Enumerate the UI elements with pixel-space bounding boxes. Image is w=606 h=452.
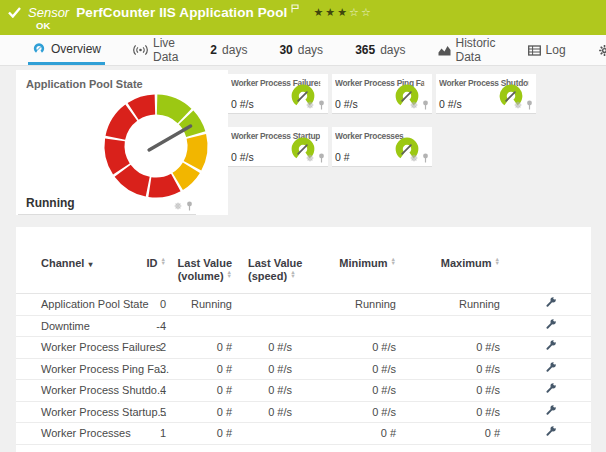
gauge-segment-green — [157, 105, 184, 116]
mini-gauge-panel[interactable]: Worker Process Shutdown Fa... 0 #/s — [436, 74, 536, 114]
tab-label: Historic Data — [456, 36, 496, 64]
gear-icon[interactable] — [514, 101, 522, 109]
star-empty-icon[interactable]: ☆ — [361, 6, 373, 18]
panel-actions — [174, 201, 193, 211]
table-row-worker-process-failures[interactable]: Worker Process Failures20 #0 #/s0 #/s0 #… — [16, 337, 591, 359]
table-row-worker-processes[interactable]: Worker Processes10 #0 #0 # — [16, 423, 591, 445]
cell-last_value_speed: 0 #/s — [246, 359, 292, 381]
cell-maximum: 0 #/s — [440, 402, 500, 424]
cell-maximum: 0 #/s — [440, 337, 500, 359]
tab-2-days[interactable]: 2days — [206, 35, 251, 65]
pin-icon[interactable] — [422, 100, 429, 110]
cell-last_value_speed: 0 #/s — [246, 402, 292, 424]
edit-channel-settings-icon[interactable] — [536, 380, 566, 399]
column-header-last-value-volume[interactable]: Last Value (volume)▲▼ — [171, 257, 232, 283]
sortable-icon[interactable]: ▲▼ — [227, 271, 232, 278]
star-filled-icon[interactable]: ★ — [325, 6, 337, 18]
tab-historic-data[interactable]: Historic Data — [434, 35, 500, 65]
sortable-icon[interactable]: ▲▼ — [495, 258, 500, 265]
tab-overview[interactable]: Overview — [28, 35, 105, 65]
column-header-channel[interactable]: Channel▾ — [41, 257, 92, 271]
live-data-icon — [133, 44, 148, 56]
gear-icon[interactable] — [410, 154, 418, 162]
channel-table-panel: Channel▾ID▲▼Last Value (volume)▲▼Last Va… — [16, 227, 591, 452]
gear-icon[interactable] — [174, 202, 182, 210]
gauge-segment-red — [133, 105, 155, 112]
sortable-icon[interactable]: ▲▼ — [391, 258, 396, 265]
table-row-worker-process-shutdo[interactable]: Worker Process Shutdo...40 #0 #/s0 #/s0 … — [16, 380, 591, 402]
cell-last_value_speed: 0 #/s — [246, 380, 292, 402]
gauge-panel-title: Application Pool State — [26, 78, 143, 90]
pin-icon[interactable] — [318, 153, 325, 163]
tab-label: Live Data — [153, 36, 178, 64]
gear-icon[interactable] — [410, 101, 418, 109]
priority-stars[interactable]: ★★★☆☆ — [313, 6, 372, 19]
column-header-id[interactable]: ID▲▼ — [121, 257, 166, 270]
gauge-segment-red — [123, 171, 148, 187]
sensor-status-header: Sensor PerfCounter IIS Application Pool … — [0, 0, 606, 35]
cell-maximum: 0 #/s — [440, 380, 500, 402]
mini-gauge-value: 0 #/s — [231, 98, 254, 110]
pin-icon[interactable] — [186, 201, 193, 211]
chart-icon — [438, 45, 451, 56]
panel-actions — [306, 100, 325, 110]
column-label: Channel — [41, 257, 84, 269]
cell-maximum: 0 #/s — [440, 359, 500, 381]
star-filled-icon[interactable]: ★ — [337, 6, 349, 18]
gear-icon — [598, 44, 606, 57]
sort-active-icon[interactable]: ▾ — [88, 260, 92, 269]
mini-gauge-value: 0 # — [335, 151, 350, 163]
pin-icon[interactable] — [526, 100, 533, 110]
mini-gauge-panel[interactable]: Worker Processes 0 # — [332, 127, 432, 167]
tab-365-days[interactable]: 365days — [351, 35, 409, 65]
edit-channel-settings-icon[interactable] — [536, 402, 566, 421]
cell-id: 3 — [121, 359, 166, 381]
edit-channel-settings-icon[interactable] — [536, 316, 566, 335]
star-empty-icon[interactable]: ☆ — [349, 6, 361, 18]
pin-icon[interactable] — [422, 153, 429, 163]
tab-number: 30 — [279, 43, 292, 57]
edit-channel-settings-icon[interactable] — [536, 423, 566, 442]
table-row-worker-process-ping-fa[interactable]: Worker Process Ping Fa...30 #0 #/s0 #/s0… — [16, 359, 591, 381]
sensor-title: PerfCounter IIS Application Pool — [76, 5, 287, 20]
edit-channel-settings-icon[interactable] — [536, 359, 566, 378]
tab-30-days[interactable]: 30days — [275, 35, 327, 65]
cell-id: 1 — [121, 423, 166, 445]
table-row-worker-process-startup[interactable]: Worker Process Startup...50 #0 #/s0 #/s0… — [16, 402, 591, 424]
cell-minimum: 0 #/s — [336, 402, 396, 424]
column-label: Maximum — [441, 257, 492, 269]
sortable-icon[interactable]: ▲▼ — [290, 271, 295, 278]
cell-last_value_volume: Running — [171, 294, 232, 316]
column-header-minimum[interactable]: Minimum▲▼ — [336, 257, 396, 270]
panel-actions — [410, 153, 429, 163]
table-row-downtime[interactable]: Downtime-4 — [16, 316, 591, 338]
panel-actions — [514, 100, 533, 110]
gauge-segment-red — [115, 113, 131, 138]
table-row-application-pool-state[interactable]: Application Pool State0RunningRunningRun… — [16, 294, 591, 316]
mini-gauge-panel[interactable]: Worker Process Failures 0 #/s — [228, 74, 328, 114]
column-header-maximum[interactable]: Maximum▲▼ — [440, 257, 500, 270]
tab-live-data[interactable]: Live Data — [129, 35, 182, 65]
gauge-segment-yellow — [178, 168, 192, 182]
gear-icon[interactable] — [306, 101, 314, 109]
cell-id: 4 — [121, 380, 166, 402]
tab-settings[interactable]: Settings — [594, 35, 606, 65]
gear-icon[interactable] — [306, 154, 314, 162]
tab-number: 365 — [355, 43, 375, 57]
mini-gauge-value: 0 #/s — [231, 151, 254, 163]
gauge-icon — [32, 42, 46, 55]
sortable-icon[interactable]: ▲▼ — [161, 258, 166, 265]
tab-bar: OverviewLive Data2days30days365daysHisto… — [0, 35, 606, 66]
star-filled-icon[interactable]: ★ — [313, 6, 325, 18]
tab-label: Log — [546, 43, 566, 57]
edit-channel-settings-icon[interactable] — [536, 337, 566, 356]
pin-icon[interactable] — [318, 100, 325, 110]
edit-channel-settings-icon[interactable] — [536, 294, 566, 313]
column-header-last-value-speed[interactable]: Last Value (speed)▲▼ — [248, 257, 320, 283]
mini-gauge-panel[interactable]: Worker Process Ping Failures 0 #/s — [332, 74, 432, 114]
tab-log[interactable]: Log — [524, 35, 570, 65]
check-icon — [8, 7, 21, 18]
cell-last_value_volume: 0 # — [171, 359, 232, 381]
mini-gauge-panel[interactable]: Worker Process Startup Failu... 0 #/s — [228, 127, 328, 167]
cell-maximum: Running — [440, 294, 500, 316]
